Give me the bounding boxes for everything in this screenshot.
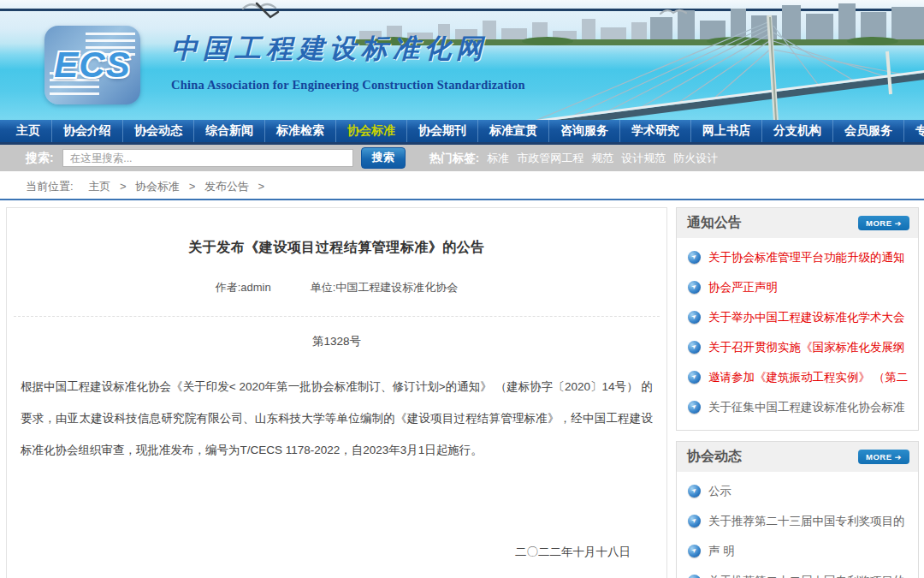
association-news-list: 公示 关于推荐第二十三届中国专利奖项目的 声 明 关于推荐第二十二届中国专利奖项… bbox=[677, 472, 918, 578]
nav-item-consulting[interactable]: 咨询服务 bbox=[549, 120, 620, 142]
search-bar: 搜索: 搜索 热门标签: 标准 市政管网工程 规范 设计规范 防火设计 bbox=[0, 145, 924, 171]
list-item[interactable]: 协会严正声明 bbox=[677, 272, 918, 302]
document-number: 第1328号 bbox=[7, 334, 666, 349]
list-item-label: 协会严正声明 bbox=[708, 280, 778, 295]
association-news-header: 协会动态 MORE➔ bbox=[677, 442, 918, 472]
notice-more-button[interactable]: MORE➔ bbox=[858, 216, 909, 230]
globe-arrow-icon bbox=[688, 575, 701, 578]
article-body: 根据中国工程建设标准化协会《关于印发< 2020年第一批协会标准制订、修订计划>… bbox=[21, 371, 653, 466]
globe-arrow-icon bbox=[688, 515, 701, 527]
breadcrumb-home[interactable]: 主页 bbox=[88, 180, 110, 193]
nav-item-bookstore[interactable]: 网上书店 bbox=[691, 120, 762, 142]
hot-tag-standard[interactable]: 标准 bbox=[487, 151, 509, 166]
sidebar: 通知公告 MORE➔ 关于协会标准管理平台功能升级的通知 协会严正声明 关于举办… bbox=[676, 207, 919, 578]
hot-tags: 热门标签: 标准 市政管网工程 规范 设计规范 防火设计 bbox=[429, 151, 719, 166]
nav-item-expert-database[interactable]: 专家库 bbox=[904, 120, 924, 142]
cecs-logo-text: ECS bbox=[54, 45, 130, 86]
list-item-label: 关于征集中国工程建设标准化协会标准 bbox=[708, 400, 905, 415]
arrow-right-icon: ➔ bbox=[895, 218, 902, 228]
list-item[interactable]: 声 明 bbox=[677, 536, 918, 566]
article-meta: 作者:admin 单位:中国工程建设标准化协会 bbox=[7, 280, 666, 295]
publish-date: 二〇二二年十月十八日 bbox=[7, 545, 631, 560]
breadcrumb-label: 当前位置: bbox=[26, 180, 74, 193]
cecs-logo[interactable]: ECS bbox=[44, 26, 140, 104]
list-item-label: 邀请参加《建筑振动工程实例》 （第二 bbox=[708, 370, 908, 385]
notice-announcements-list: 关于协会标准管理平台功能升级的通知 协会严正声明 关于举办中国工程建设标准化学术… bbox=[677, 238, 918, 430]
article-panel: 关于发布《建设项目过程结算管理标准》的公告 作者:admin 单位:中国工程建设… bbox=[6, 207, 667, 578]
nav-item-general-news[interactable]: 综合新闻 bbox=[194, 120, 265, 142]
list-item[interactable]: 邀请参加《建筑振动工程实例》 （第二 bbox=[677, 362, 918, 392]
nav-item-academic-research[interactable]: 学术研究 bbox=[620, 120, 691, 142]
nav-item-association-news[interactable]: 协会动态 bbox=[123, 120, 194, 142]
notice-announcements-title: 通知公告 bbox=[687, 214, 742, 232]
nav-item-association-intro[interactable]: 协会介绍 bbox=[52, 120, 123, 142]
globe-arrow-icon bbox=[688, 371, 701, 384]
site-banner: ECS 中国工程建设标准化网 China Association for Eng… bbox=[0, 0, 924, 120]
association-news-title: 协会动态 bbox=[687, 448, 742, 466]
content-area: 关于发布《建设项目过程结算管理标准》的公告 作者:admin 单位:中国工程建设… bbox=[0, 200, 924, 578]
list-item-label: 关于推荐第二十二届中国专利奖项目的 bbox=[708, 574, 905, 578]
hot-tags-label: 热门标签: bbox=[429, 151, 480, 166]
list-item-label: 关于召开贯彻实施《国家标准化发展纲 bbox=[708, 340, 905, 355]
nav-item-standard-promotion[interactable]: 标准宣贯 bbox=[478, 120, 549, 142]
article-author: 作者:admin bbox=[216, 280, 271, 295]
main-nav: 主页 协会介绍 协会动态 综合新闻 标准检索 协会标准 协会期刊 标准宣贯 咨询… bbox=[0, 120, 924, 145]
hot-tag-code[interactable]: 规范 bbox=[591, 151, 613, 166]
list-item[interactable]: 关于推荐第二十三届中国专利奖项目的 bbox=[677, 506, 918, 536]
list-item[interactable]: 关于举办中国工程建设标准化学术大会 bbox=[677, 302, 918, 332]
site-subtitle: China Association for Engineering Constr… bbox=[171, 78, 525, 92]
association-news-box: 协会动态 MORE➔ 公示 关于推荐第二十三届中国专利奖项目的 声 明 关于推荐… bbox=[676, 441, 919, 578]
breadcrumb-announcements[interactable]: 发布公告 bbox=[204, 180, 249, 193]
list-item[interactable]: 关于推荐第二十二届中国专利奖项目的 bbox=[677, 566, 918, 578]
meta-divider bbox=[14, 316, 660, 317]
globe-arrow-icon bbox=[688, 311, 701, 324]
nav-item-journal[interactable]: 协会期刊 bbox=[407, 120, 478, 142]
globe-arrow-icon bbox=[688, 281, 701, 294]
list-item[interactable]: 关于征集中国工程建设标准化协会标准 bbox=[677, 392, 918, 422]
list-item-label: 公示 bbox=[708, 484, 732, 499]
breadcrumb-association-standards[interactable]: 协会标准 bbox=[135, 180, 180, 193]
globe-arrow-icon bbox=[688, 341, 701, 354]
breadcrumb-separator: > bbox=[189, 180, 196, 193]
site-title-block: 中国工程建设标准化网 China Association for Enginee… bbox=[171, 31, 525, 92]
more-label: MORE bbox=[866, 218, 892, 228]
search-button[interactable]: 搜索 bbox=[361, 147, 406, 169]
search-label: 搜索: bbox=[26, 151, 54, 166]
list-item[interactable]: 公示 bbox=[677, 476, 918, 506]
globe-arrow-icon bbox=[688, 545, 701, 557]
list-item-label: 关于推荐第二十三届中国专利奖项目的 bbox=[708, 514, 905, 529]
nav-item-branches[interactable]: 分支机构 bbox=[762, 120, 833, 142]
arrow-right-icon: ➔ bbox=[895, 452, 902, 462]
list-item-label: 关于协会标准管理平台功能升级的通知 bbox=[708, 250, 905, 265]
hot-tag-fire-design[interactable]: 防火设计 bbox=[673, 151, 718, 166]
nav-item-home[interactable]: 主页 bbox=[5, 120, 52, 142]
list-item-label: 声 明 bbox=[708, 544, 735, 559]
breadcrumb-separator: > bbox=[120, 180, 127, 193]
news-more-button[interactable]: MORE➔ bbox=[858, 450, 909, 464]
list-item[interactable]: 关于协会标准管理平台功能升级的通知 bbox=[677, 242, 918, 272]
more-label: MORE bbox=[866, 452, 892, 462]
hot-tag-municipal-pipeline[interactable]: 市政管网工程 bbox=[517, 151, 583, 166]
hot-tag-design-code[interactable]: 设计规范 bbox=[621, 151, 666, 166]
nav-item-standard-search[interactable]: 标准检索 bbox=[265, 120, 336, 142]
breadcrumb-separator: > bbox=[258, 180, 265, 193]
article-unit: 单位:中国工程建设标准化协会 bbox=[311, 280, 459, 295]
breadcrumb: 当前位置: 主页 > 协会标准 > 发布公告 > bbox=[0, 175, 924, 200]
article-title: 关于发布《建设项目过程结算管理标准》的公告 bbox=[41, 239, 632, 257]
list-item[interactable]: 关于召开贯彻实施《国家标准化发展纲 bbox=[677, 332, 918, 362]
site-title: 中国工程建设标准化网 bbox=[171, 31, 525, 67]
nav-item-association-standards[interactable]: 协会标准 bbox=[336, 120, 407, 142]
nav-item-member-services[interactable]: 会员服务 bbox=[833, 120, 904, 142]
globe-arrow-icon bbox=[688, 251, 701, 264]
notice-announcements-box: 通知公告 MORE➔ 关于协会标准管理平台功能升级的通知 协会严正声明 关于举办… bbox=[676, 207, 919, 431]
notice-announcements-header: 通知公告 MORE➔ bbox=[677, 208, 918, 238]
list-item-label: 关于举办中国工程建设标准化学术大会 bbox=[708, 310, 905, 325]
globe-arrow-icon bbox=[688, 485, 701, 498]
globe-arrow-icon bbox=[688, 401, 701, 414]
search-input[interactable] bbox=[62, 149, 353, 167]
